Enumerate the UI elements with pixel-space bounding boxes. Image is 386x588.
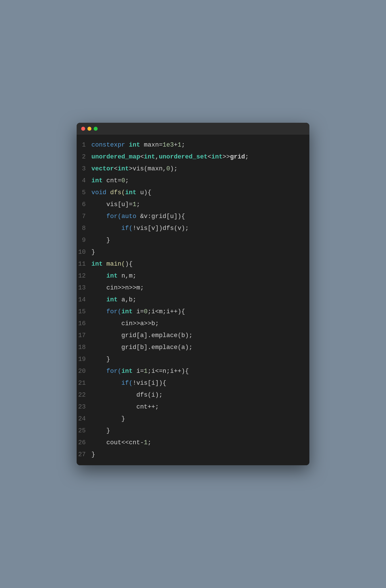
token: 0 — [144, 308, 148, 315]
token: int — [121, 308, 137, 315]
token: } — [91, 427, 110, 434]
line-content: for(auto &v:grid[u]){ — [91, 211, 309, 222]
token: &v:grid[u]){ — [140, 213, 185, 220]
token: n,m; — [121, 272, 137, 280]
token: cnt++; — [91, 403, 159, 411]
token: < — [114, 165, 118, 172]
token: unordered_set — [159, 153, 208, 160]
titlebar — [77, 123, 309, 135]
token: 0 — [166, 165, 170, 172]
line-content: int n,m; — [91, 271, 309, 282]
code-line: 17 grid[a].emplace(b); — [77, 330, 309, 342]
token: for( — [91, 213, 121, 220]
line-number: 14 — [77, 295, 91, 305]
token: 1e3 — [163, 141, 174, 149]
code-area: 1constexpr int maxn=1e3+1;2unordered_map… — [77, 135, 309, 465]
code-line: 23 cnt++; — [77, 401, 309, 413]
token: 1 — [144, 439, 148, 446]
token: cnt= — [106, 177, 121, 184]
line-number: 4 — [77, 175, 91, 186]
line-content: cnt++; — [91, 402, 309, 413]
code-line: 7 for(auto &v:grid[u]){ — [77, 211, 309, 223]
token: grid — [230, 153, 245, 160]
token: grid[a].emplace(b); — [91, 332, 192, 339]
line-number: 20 — [77, 366, 91, 377]
code-line: 16 cin>>a>>b; — [77, 318, 309, 330]
line-number: 24 — [77, 414, 91, 424]
token: auto — [121, 213, 140, 220]
token — [91, 296, 106, 303]
token: if( — [91, 380, 133, 387]
code-line: 24 } — [77, 413, 309, 425]
code-line: 13 cin>>n>>m; — [77, 282, 309, 294]
code-line: 4int cnt=0; — [77, 175, 309, 187]
line-content: vis[u]=1; — [91, 199, 309, 210]
token: a,b; — [121, 296, 137, 303]
line-number: 17 — [77, 330, 91, 341]
line-content: cin>>n>>m; — [91, 283, 309, 293]
line-number: 25 — [77, 426, 91, 436]
maximize-button[interactable] — [94, 127, 98, 131]
token: 0 — [121, 177, 125, 184]
line-number: 21 — [77, 378, 91, 389]
line-number: 5 — [77, 187, 91, 198]
token: int — [106, 272, 121, 280]
token: int — [129, 141, 144, 149]
code-line: 10} — [77, 246, 309, 258]
line-content: } — [91, 414, 309, 424]
line-number: 6 — [77, 199, 91, 210]
token: int — [121, 368, 137, 375]
line-content: dfs(i); — [91, 390, 309, 401]
token: + — [174, 141, 177, 149]
token: cin>>n>>m; — [91, 284, 144, 291]
line-content: constexpr int maxn=1e3+1; — [91, 140, 309, 151]
token: vis[u]= — [91, 201, 133, 208]
line-content: cin>>a>>b; — [91, 318, 309, 329]
token: for( — [91, 308, 121, 315]
line-content: void dfs(int u){ — [91, 187, 309, 198]
editor-window: 1constexpr int maxn=1e3+1;2unordered_map… — [77, 123, 309, 465]
token: int — [118, 165, 129, 172]
minimize-button[interactable] — [87, 127, 91, 131]
code-line: 20 for(int i=1;i<=n;i++){ — [77, 365, 309, 377]
token: if( — [91, 225, 133, 232]
token: main( — [106, 261, 125, 268]
code-line: 1constexpr int maxn=1e3+1; — [77, 139, 309, 151]
line-number: 18 — [77, 342, 91, 353]
line-number: 19 — [77, 354, 91, 365]
token: } — [91, 237, 110, 244]
token: ); — [170, 165, 177, 172]
code-line: 2unordered_map<int,unordered_set<int>>gr… — [77, 151, 309, 163]
token: , — [155, 153, 159, 160]
token: grid[b].emplace(a); — [91, 344, 192, 351]
line-content: grid[a].emplace(b); — [91, 330, 309, 341]
token: cout<<cnt- — [91, 439, 144, 446]
token: vector — [91, 165, 114, 172]
token: ; — [136, 201, 140, 208]
line-content: for(int i=1;i<=n;i++){ — [91, 366, 309, 377]
token: >vis(maxn, — [129, 165, 166, 172]
token: ){ — [125, 261, 133, 268]
token: for( — [91, 368, 121, 375]
line-content: int main(){ — [91, 259, 309, 270]
token: dfs(i); — [91, 392, 163, 399]
line-number: 16 — [77, 318, 91, 329]
token: >> — [223, 153, 230, 160]
code-line: 6 vis[u]=1; — [77, 199, 309, 211]
token: ; — [125, 177, 129, 184]
token — [91, 272, 106, 280]
token: int — [211, 153, 223, 160]
line-number: 23 — [77, 402, 91, 413]
close-button[interactable] — [81, 127, 85, 131]
line-content: } — [91, 449, 309, 460]
line-number: 22 — [77, 390, 91, 401]
line-number: 12 — [77, 271, 91, 282]
line-number: 27 — [77, 449, 91, 460]
line-number: 9 — [77, 235, 91, 246]
code-line: 18 grid[b].emplace(a); — [77, 342, 309, 354]
code-line: 9 } — [77, 234, 309, 246]
token: < — [140, 153, 144, 160]
code-line: 12 int n,m; — [77, 270, 309, 282]
token: int — [144, 153, 155, 160]
code-line: 8 if(!vis[v])dfs(v); — [77, 223, 309, 234]
